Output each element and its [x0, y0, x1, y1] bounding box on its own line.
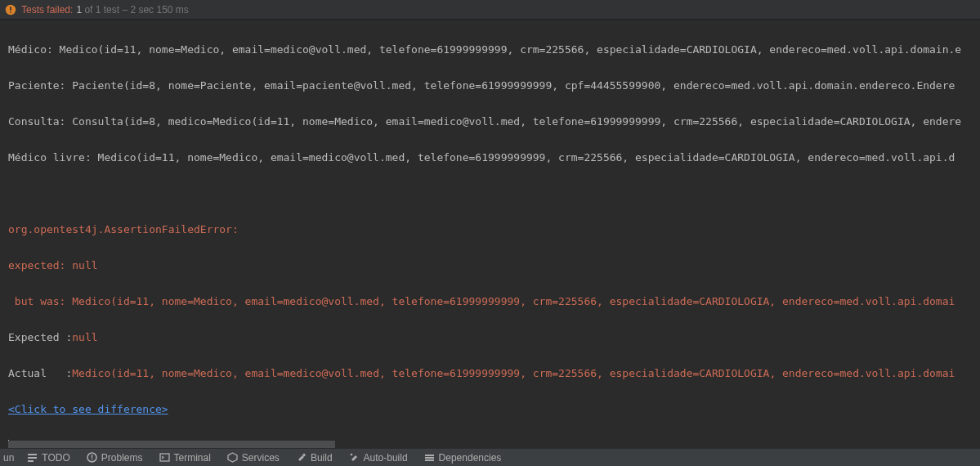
- output-line: Médico: Medico(id=11, nome=Medico, email…: [8, 41, 972, 59]
- tests-summary-rest: of 1 test – 2 sec 150 ms: [84, 4, 188, 16]
- svg-marker-10: [228, 453, 237, 462]
- error-header: org.opentest4j.AssertionFailedError:: [8, 221, 972, 239]
- services-icon: [227, 452, 238, 463]
- tab-run[interactable]: un: [0, 449, 19, 466]
- build-icon: [296, 452, 307, 463]
- output-line: Médico livre: Medico(id=11, nome=Medico,…: [8, 149, 972, 167]
- svg-rect-1: [10, 7, 11, 11]
- svg-rect-13: [425, 455, 434, 456]
- output-line: Paciente: Paciente(id=8, nome=Paciente, …: [8, 77, 972, 95]
- actual-label: Actual :: [8, 367, 72, 379]
- svg-rect-14: [425, 457, 434, 459]
- svg-rect-9: [160, 454, 169, 461]
- expected-label: Expected :: [8, 331, 72, 343]
- todo-icon: [27, 452, 38, 463]
- dependencies-icon: [424, 452, 435, 463]
- svg-rect-8: [92, 459, 92, 460]
- svg-rect-3: [28, 454, 37, 455]
- terminal-icon: [159, 452, 170, 463]
- console-output[interactable]: Médico: Medico(id=11, nome=Medico, email…: [0, 20, 980, 446]
- tests-failed-count: 1: [76, 4, 82, 16]
- tab-todo[interactable]: TODO: [19, 449, 78, 466]
- expected-line: expected: null: [8, 257, 972, 275]
- tab-dependencies[interactable]: Dependencies: [416, 449, 510, 466]
- tab-problems[interactable]: Problems: [78, 449, 151, 466]
- but-was-line: but was: Medico(id=11, nome=Medico, emai…: [8, 293, 972, 311]
- tab-build[interactable]: Build: [288, 449, 341, 466]
- tests-failed-label: Tests failed:: [21, 4, 73, 16]
- expected-value: null: [72, 331, 97, 343]
- output-line: Consulta: Consulta(id=8, medico=Medico(i…: [8, 113, 972, 131]
- horizontal-scrollbar[interactable]: [8, 441, 335, 448]
- click-difference-link[interactable]: <Click to see difference>: [8, 403, 168, 415]
- svg-rect-7: [92, 455, 92, 459]
- tab-auto-build[interactable]: Auto-build: [341, 449, 416, 466]
- svg-rect-2: [10, 11, 11, 13]
- svg-rect-5: [28, 460, 34, 462]
- test-status-bar: Tests failed: 1 of 1 test – 2 sec 150 ms: [0, 0, 980, 20]
- svg-rect-15: [425, 459, 434, 461]
- tab-services[interactable]: Services: [219, 449, 288, 466]
- tab-terminal[interactable]: Terminal: [151, 449, 219, 466]
- svg-point-12: [350, 454, 352, 456]
- actual-value: Medico(id=11, nome=Medico, email=medico@…: [72, 367, 955, 379]
- auto-build-icon: [349, 452, 360, 463]
- warning-icon: [5, 4, 16, 16]
- svg-rect-4: [28, 457, 37, 459]
- problems-icon: [87, 452, 97, 463]
- bottom-toolwindow-bar: un TODO Problems Terminal Services Build…: [0, 448, 980, 466]
